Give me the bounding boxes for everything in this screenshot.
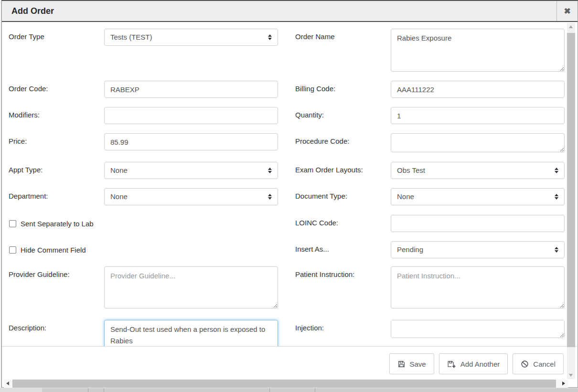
form-row: Appt Type: None Exam Order Layouts: Obs …	[9, 162, 578, 179]
loinc-code-input[interactable]	[391, 215, 565, 232]
billing-code-label: Billing Code:	[295, 81, 391, 93]
description-textarea[interactable]: Send-Out test used when a person is expo…	[104, 320, 278, 346]
sent-separately-to-lab-group: Sent Separately to Lab	[9, 215, 278, 229]
sent-separately-to-lab-checkbox[interactable]	[9, 220, 16, 227]
order-name-textarea[interactable]: Rabies Exposure	[391, 29, 565, 72]
save-icon	[397, 360, 406, 368]
loinc-code-label: LOINC Code:	[295, 215, 391, 227]
form-row: Order Code: Billing Code:	[9, 81, 578, 98]
select-arrows-icon	[268, 194, 272, 200]
select-arrows-icon	[555, 168, 558, 173]
procedure-code-textarea[interactable]	[391, 133, 565, 152]
department-label: Department:	[9, 188, 104, 200]
insert-as-label: Insert As...	[295, 241, 391, 253]
form-row: Price: Procedure Code:	[9, 133, 578, 154]
price-input[interactable]	[104, 133, 278, 150]
add-another-button[interactable]: Add Another	[439, 353, 508, 374]
select-arrows-icon	[268, 34, 272, 40]
order-code-input[interactable]	[104, 81, 278, 98]
hide-comment-field-label: Hide Comment Field	[21, 246, 86, 254]
patient-instruction-label: Patient Instruction:	[295, 266, 391, 278]
close-button[interactable]: ✖	[557, 1, 578, 21]
procedure-code-label: Procedure Code:	[295, 133, 391, 145]
select-arrows-icon	[555, 194, 558, 200]
horizontal-scrollbar-thumb[interactable]	[12, 380, 556, 388]
add-order-dialog: Add Order ✖ Order Type Tests (TEST) Orde…	[1, 0, 578, 388]
ban-icon	[521, 360, 529, 368]
patient-instruction-textarea[interactable]	[391, 266, 565, 308]
price-label: Price:	[9, 133, 104, 145]
sent-separately-to-lab-label: Sent Separately to Lab	[21, 220, 94, 228]
billing-code-input[interactable]	[391, 81, 565, 98]
appt-type-select[interactable]: None	[104, 162, 278, 179]
hide-comment-field-group: Hide Comment Field	[9, 241, 278, 255]
scroll-left-icon[interactable]	[6, 381, 9, 385]
form-row: Department: None Document Type: None	[9, 188, 578, 205]
dialog-header: Add Order ✖	[2, 1, 578, 22]
order-type-select[interactable]: Tests (TEST)	[104, 29, 278, 46]
department-select[interactable]: None	[104, 188, 278, 205]
exam-order-layouts-label: Exam Order Layouts:	[295, 162, 391, 174]
form-row: Provider Guideline: Patient Instruction:	[9, 266, 578, 310]
hide-comment-field-checkbox[interactable]	[9, 246, 16, 254]
insert-as-select[interactable]: Pending	[391, 241, 565, 258]
cancel-button[interactable]: Cancel	[513, 353, 564, 374]
document-type-label: Document Type:	[295, 188, 391, 200]
quantity-label: Quantity:	[295, 107, 391, 119]
order-type-label: Order Type	[9, 29, 104, 41]
close-icon: ✖	[564, 6, 570, 16]
form-row: Modifiers: Quantity:	[9, 107, 578, 124]
injection-label: Injection:	[295, 320, 391, 332]
quantity-input[interactable]	[391, 107, 565, 124]
vertical-scrollbar[interactable]	[567, 23, 575, 379]
horizontal-scrollbar[interactable]	[4, 380, 568, 388]
background-page-strip	[0, 388, 578, 392]
vertical-scrollbar-thumb[interactable]	[567, 33, 575, 347]
select-arrows-icon	[555, 247, 558, 253]
form-row: Sent Separately to Lab LOINC Code:	[9, 215, 578, 232]
form-row: Description: Send-Out test used when a p…	[9, 320, 578, 346]
provider-guideline-label: Provider Guideline:	[9, 266, 104, 278]
scroll-right-icon[interactable]	[562, 381, 565, 385]
modifiers-label: Modifiers:	[9, 107, 104, 119]
select-arrows-icon	[268, 168, 272, 173]
description-label: Description:	[9, 320, 104, 332]
dialog-footer: Save Add Another Cancel	[2, 346, 578, 380]
document-type-select[interactable]: None	[391, 188, 565, 205]
provider-guideline-textarea[interactable]	[104, 266, 278, 308]
injection-textarea[interactable]	[391, 320, 565, 338]
dialog-form: Order Type Tests (TEST) Order Name Rabie…	[2, 22, 578, 346]
modifiers-input[interactable]	[104, 107, 278, 124]
order-code-label: Order Code:	[9, 81, 104, 93]
exam-order-layouts-select[interactable]: Obs Test	[391, 162, 565, 179]
scroll-down-icon[interactable]	[569, 374, 573, 377]
order-name-label: Order Name	[295, 29, 391, 41]
save-button[interactable]: Save	[389, 353, 434, 374]
form-row: Order Type Tests (TEST) Order Name Rabie…	[9, 29, 578, 74]
appt-type-label: Appt Type:	[9, 162, 104, 174]
scroll-up-icon[interactable]	[569, 25, 573, 28]
dialog-title: Add Order	[11, 6, 54, 16]
save-plus-icon	[447, 360, 456, 368]
form-row: Hide Comment Field Insert As... Pending	[9, 241, 578, 258]
